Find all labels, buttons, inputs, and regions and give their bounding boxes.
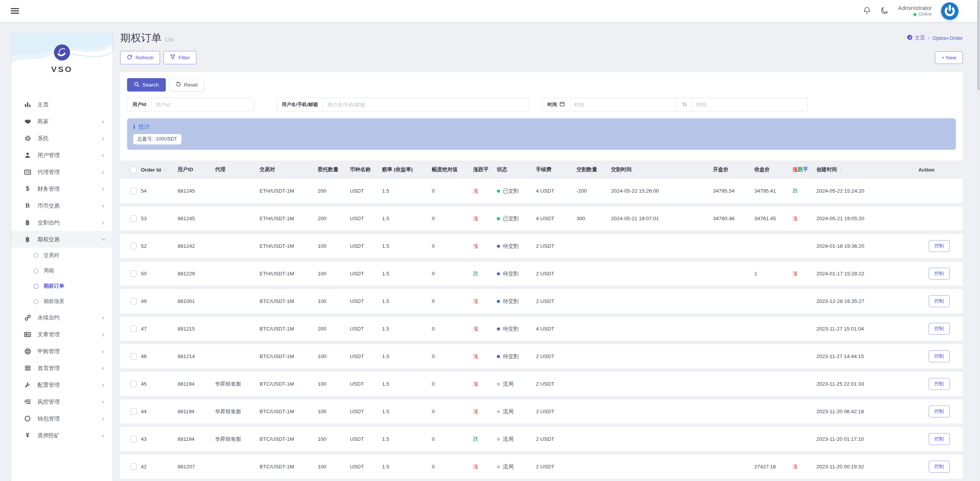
notifications-button[interactable] [863, 6, 871, 16]
search-button[interactable]: Search [127, 78, 166, 92]
sidebar-item[interactable]: ¥质押挖矿‹ [11, 427, 113, 444]
scrollbar-thumb[interactable] [977, 0, 980, 90]
row-checkbox[interactable] [130, 270, 137, 277]
sidebar-item[interactable]: 首页管理‹ [11, 360, 113, 376]
control-button[interactable]: 控制 [929, 240, 950, 252]
cell-pair: BTC/USDT-1M [256, 455, 315, 479]
cell-settle-time [608, 372, 710, 396]
time-to-input[interactable] [692, 98, 807, 111]
sidebar-item[interactable]: 钱包管理‹ [11, 410, 113, 427]
sidebar-item[interactable]: 代理管理‹ [11, 164, 113, 180]
row-checkbox[interactable] [130, 463, 137, 470]
cell-status: 流局 [494, 399, 533, 424]
row-checkbox[interactable] [130, 436, 137, 442]
cell-coin: USDT [347, 206, 379, 231]
control-button[interactable]: 控制 [929, 406, 950, 417]
row-checkbox[interactable] [130, 188, 137, 194]
cell-amplitude: 0 [429, 289, 470, 313]
new-button[interactable]: + New [935, 51, 963, 64]
control-button[interactable]: 控制 [929, 295, 950, 307]
control-button[interactable]: 控制 [929, 378, 950, 390]
sidebar-subitem[interactable]: 期权订单 [11, 278, 113, 294]
sidebar-item[interactable]: 系统‹ [11, 130, 113, 147]
control-button[interactable]: 控制 [929, 433, 950, 445]
sidebar-item[interactable]: 文章管理‹ [11, 326, 113, 343]
sidebar-subitem[interactable]: 期权场景 [11, 294, 113, 309]
cell-result [790, 289, 813, 313]
sidebar-item[interactable]: $财务管理‹ [11, 180, 113, 197]
sidebar-item-label: 配置管理 [38, 381, 102, 389]
username-input[interactable] [323, 98, 528, 111]
sidebar-subitem[interactable]: 交易对 [11, 248, 113, 263]
cell-created: 2024-01-18 19:36:20 [813, 234, 916, 258]
cell-fee: 2 USDT [533, 455, 573, 479]
cell-result: 涨 [790, 262, 813, 286]
column-header: 涨跌平 [470, 164, 494, 175]
cell-id: 49 [138, 289, 175, 313]
refresh-button[interactable]: Refresh [120, 51, 160, 64]
menu-toggle-icon[interactable] [11, 7, 19, 15]
chevron-left-icon: ‹ [102, 219, 104, 226]
row-checkbox[interactable] [130, 298, 137, 304]
breadcrumb-home[interactable]: 主页 [907, 34, 925, 41]
filter-button[interactable]: Filter [163, 51, 196, 64]
dark-mode-button[interactable] [880, 6, 889, 16]
control-button[interactable]: 控制 [929, 461, 950, 473]
sidebar-item[interactable]: 主页 [11, 96, 113, 113]
cell-agent [212, 262, 256, 286]
dollar-icon: $ [23, 185, 32, 192]
row-checkbox[interactable] [130, 215, 137, 222]
control-button[interactable]: 控制 [929, 350, 950, 362]
sidebar-item[interactable]: B币币交易‹ [11, 197, 113, 214]
cell-coin: USDT [347, 317, 379, 341]
sidebar-item[interactable]: 申购管理‹ [11, 343, 113, 360]
sidebar-item[interactable]: 配置管理‹ [11, 376, 113, 393]
row-checkbox[interactable] [130, 381, 137, 387]
column-header: 幅度绝对值 [429, 164, 470, 175]
cell-direction: 跌 [470, 262, 494, 286]
cell-user-id: 881229 [175, 262, 212, 286]
control-button[interactable]: 控制 [929, 323, 950, 335]
select-all-checkbox[interactable] [130, 167, 137, 173]
sidebar-item[interactable]: ฿期权交易‹ [11, 231, 113, 248]
sidebar-item[interactable]: 商家‹ [11, 113, 113, 130]
cell-created: 2024-05-21 19:05:20 [813, 206, 916, 231]
cell-direction: 涨 [470, 234, 494, 258]
cell-open-price [710, 344, 751, 368]
cell-result: 涨 [790, 206, 813, 231]
sidebar-item[interactable]: ฿交割合约‹ [11, 214, 113, 231]
sidebar-item[interactable]: 用户管理‹ [11, 147, 113, 164]
column-header: 代理 [212, 164, 256, 175]
sort-arrow-icon[interactable]: ↑ [163, 167, 166, 173]
userid-field-label: 用户Id [127, 98, 152, 111]
sidebar-item[interactable]: 风控管理‹ [11, 393, 113, 410]
avatar[interactable] [941, 2, 959, 20]
time-from-input[interactable] [570, 98, 676, 111]
sidebar-item[interactable]: 永续合约‹ [11, 309, 113, 326]
sort-arrow-icon[interactable]: ↑ [840, 167, 842, 172]
chevron-left-icon: ‹ [102, 331, 104, 338]
cell-action: 控制 [915, 234, 963, 258]
cell-result [790, 344, 813, 368]
control-button[interactable]: 控制 [929, 268, 950, 280]
cell-agent [212, 344, 256, 368]
sidebar-item-label: 钱包管理 [38, 415, 102, 422]
row-checkbox[interactable] [130, 408, 137, 415]
search-icon [134, 82, 139, 88]
row-checkbox[interactable] [130, 243, 137, 249]
sidebar-subitem[interactable]: 周期 [11, 263, 113, 278]
reset-button[interactable]: Reset [169, 78, 204, 92]
user-info[interactable]: Administrator Online [898, 5, 932, 18]
cell-agent [212, 317, 256, 341]
row-checkbox[interactable] [130, 326, 137, 332]
column-header: 用户ID [175, 164, 212, 175]
sidebar-item-label: 首页管理 [38, 365, 102, 372]
cell-created: 2023-12-28 16:35:27 [813, 289, 916, 313]
row-checkbox[interactable] [130, 353, 137, 360]
userid-input[interactable] [152, 98, 254, 111]
cell-direction: 涨 [470, 289, 494, 313]
page-scrollbar[interactable] [977, 0, 980, 481]
cell-coin: USDT [347, 427, 379, 451]
cell-result: 跌 [790, 179, 813, 203]
status-dot-icon [497, 465, 500, 468]
